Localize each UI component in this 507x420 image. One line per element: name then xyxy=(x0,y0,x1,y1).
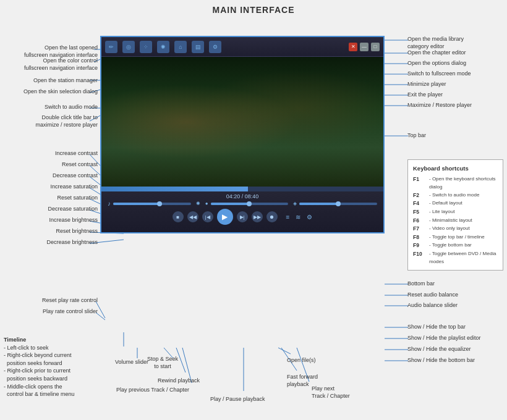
stop-button[interactable]: ■ xyxy=(173,211,184,222)
label-exit-player: Exit the player xyxy=(407,91,503,99)
media-player[interactable]: ✏ ◎ ⁘ ✺ ⌂ ▤ ⚙ ✕ — □ 04:20 / 08:4 xyxy=(100,36,385,233)
label-decrease-brightness: Decrease brightness xyxy=(4,239,98,246)
fast-forward-button[interactable]: ▶▶ xyxy=(252,211,263,222)
label-open-media-library: Open the media librarycategory editor xyxy=(407,36,503,50)
prev-button[interactable]: ◀◀ xyxy=(187,211,198,222)
prev-track-button[interactable]: |◀ xyxy=(202,211,213,222)
label-open-options-dialog: Open the options dialog xyxy=(407,60,503,67)
label-increase-brightness: Increase brightness xyxy=(4,217,98,224)
eq-icon[interactable]: ≋ xyxy=(296,214,300,220)
label-minimize-player: Minimize player xyxy=(407,81,503,88)
volume-icon: ♪ xyxy=(108,200,111,207)
play-button[interactable]: ▶ xyxy=(217,209,233,225)
label-timeline: Timeline - Left-click to seek - Right-cl… xyxy=(4,336,93,398)
label-show-hide-top-bar: Show / Hide the top bar xyxy=(407,324,503,331)
home-icon[interactable]: ⌂ xyxy=(174,41,187,53)
people-icon[interactable]: ⁘ xyxy=(140,41,152,53)
label-audio-balance-slider: Audio balance slider xyxy=(407,302,503,309)
shortcuts-title: Keyboard shortcuts xyxy=(413,164,498,173)
label-play-rate-slider: Play rate control slider xyxy=(4,308,98,316)
label-open-files: Open file(s) xyxy=(287,357,316,364)
svg-line-38 xyxy=(278,348,291,354)
diagram-container: ✏ ◎ ⁘ ✺ ⌂ ▤ ⚙ ✕ — □ 04:20 / 08:4 xyxy=(0,17,507,419)
label-maximize-restore: Maximize / Restore player xyxy=(407,102,503,109)
label-double-click-title: Double click title bar tomaximize / rest… xyxy=(4,114,98,128)
playrate-fill xyxy=(211,203,250,205)
balance-slider-bar[interactable] xyxy=(299,203,377,205)
video-content xyxy=(101,57,383,187)
next-track-button[interactable]: ▶| xyxy=(237,211,248,222)
playback-controls: ■ ◀◀ |◀ ▶ ▶| ▶▶ ⏺ ≡ ≋ ⚙ xyxy=(105,207,380,227)
label-increase-contrast: Increase contrast xyxy=(4,150,98,158)
volume-thumb[interactable] xyxy=(157,201,162,206)
playlist-icon[interactable]: ≡ xyxy=(286,214,290,220)
label-switch-fullscreen: Switch to fullscreen mode xyxy=(407,70,503,78)
settings-icon[interactable]: ⚙ xyxy=(307,214,312,220)
shortcut-f7: F7 - Video only layout xyxy=(413,225,498,233)
label-play-previous: Play previous Track / Chapter xyxy=(116,387,203,394)
balance-fill xyxy=(299,203,338,205)
label-reset-contrast: Reset contrast xyxy=(4,161,98,169)
sun-small-icon: ✺ xyxy=(196,201,200,206)
shortcut-f1: F1 - Open the keyboard shortcuts dialog xyxy=(413,175,498,191)
volume-slider-bar[interactable] xyxy=(113,203,191,205)
progress-bar[interactable] xyxy=(101,187,383,191)
book-icon[interactable]: ▤ xyxy=(192,41,204,53)
playrate-slider-bar[interactable] xyxy=(211,203,289,205)
shortcut-f9: F9 - Toggle bottom bar xyxy=(413,242,498,250)
balance-icon: ◈ xyxy=(293,201,297,206)
bottom-bar-area: 04:20 / 08:40 ♪ ✺ ● ◈ xyxy=(101,191,383,233)
label-play-pause: Play / Pause playback xyxy=(210,396,265,403)
time-total: 08:40 xyxy=(245,193,259,200)
label-open-station-manager: Open the station manager xyxy=(4,77,98,85)
minimize-button[interactable]: — xyxy=(360,43,369,51)
label-top-bar: Top bar xyxy=(407,132,503,140)
time-display: 04:20 / 08:40 xyxy=(105,193,380,200)
top-bar-area: ✏ ◎ ⁘ ✺ ⌂ ▤ ⚙ ✕ — □ xyxy=(101,37,383,57)
record-button[interactable]: ⏺ xyxy=(266,211,278,222)
pencil-icon[interactable]: ✏ xyxy=(105,41,117,53)
toolbar-icons: ✏ ◎ ⁘ ✺ ⌂ ▤ ⚙ xyxy=(105,41,221,53)
label-rewind-playback: Rewind playback xyxy=(158,377,200,385)
label-play-next: Play nextTrack / Chapter xyxy=(312,385,361,400)
video-area xyxy=(101,57,383,187)
label-increase-saturation: Increase saturation xyxy=(4,183,98,191)
shortcut-f4: F4 - Default layout xyxy=(413,200,498,208)
progress-fill xyxy=(101,187,248,191)
label-open-last-fullscreen: Open the last openedfullscreen navigatio… xyxy=(4,44,98,59)
playrate-thumb[interactable] xyxy=(247,201,252,206)
volume-row: ♪ ✺ ● ◈ xyxy=(105,200,380,207)
balance-thumb[interactable] xyxy=(336,201,341,206)
maximize-button[interactable]: □ xyxy=(371,43,380,51)
label-decrease-saturation: Decrease saturation xyxy=(4,206,98,213)
shortcut-f8: F8 - Toggle top bar / timeline xyxy=(413,233,498,242)
volume-fill xyxy=(113,203,160,205)
main-title: MAIN INTERFACE xyxy=(0,0,507,17)
label-reset-audio-balance: Reset audio balance xyxy=(407,292,503,299)
label-open-color-control: Open the color controlfullscreen navigat… xyxy=(4,57,98,72)
gear-icon[interactable]: ⚙ xyxy=(209,41,221,53)
shortcut-f6: F6 - Minimalistic layout xyxy=(413,217,498,225)
label-show-hide-equalizer: Show / Hide the equalizer xyxy=(407,346,503,353)
label-reset-brightness: Reset brightness xyxy=(4,228,98,235)
shortcut-f10: F10 - Toggle between DVD / Media modes xyxy=(413,250,498,266)
keyboard-shortcuts-box: Keyboard shortcuts F1 - Open the keyboar… xyxy=(407,159,503,271)
label-open-skin-selection: Open the skin selection dialog xyxy=(4,88,98,96)
shortcut-f2: F2 - Switch to audio mode xyxy=(413,191,498,200)
close-button[interactable]: ✕ xyxy=(349,43,357,51)
label-reset-play-rate: Reset play rate control xyxy=(4,297,98,304)
label-show-hide-bottom-bar: Show / Hide the bottom bar xyxy=(407,357,503,364)
sun-icon[interactable]: ✺ xyxy=(157,41,169,53)
time-current: 04:20 xyxy=(226,193,241,200)
label-open-chapter-editor: Open the chapter editor xyxy=(407,49,503,57)
label-bottom-bar: Bottom bar xyxy=(407,280,503,288)
shortcut-f5: F5 - Lite layout xyxy=(413,208,498,217)
label-show-hide-playlist: Show / Hide the playlist editor xyxy=(407,335,503,342)
speaker-icon[interactable]: ◎ xyxy=(122,41,135,53)
window-controls: ✕ — □ xyxy=(349,43,380,51)
label-volume-slider: Volume slider xyxy=(115,359,148,366)
dot-icon: ● xyxy=(205,201,208,206)
label-stop-seek: Stop & Seekto start xyxy=(147,356,178,370)
label-switch-audio-mode: Switch to audio mode xyxy=(4,104,98,111)
label-decrease-contrast: Decrease contrast xyxy=(4,172,98,180)
